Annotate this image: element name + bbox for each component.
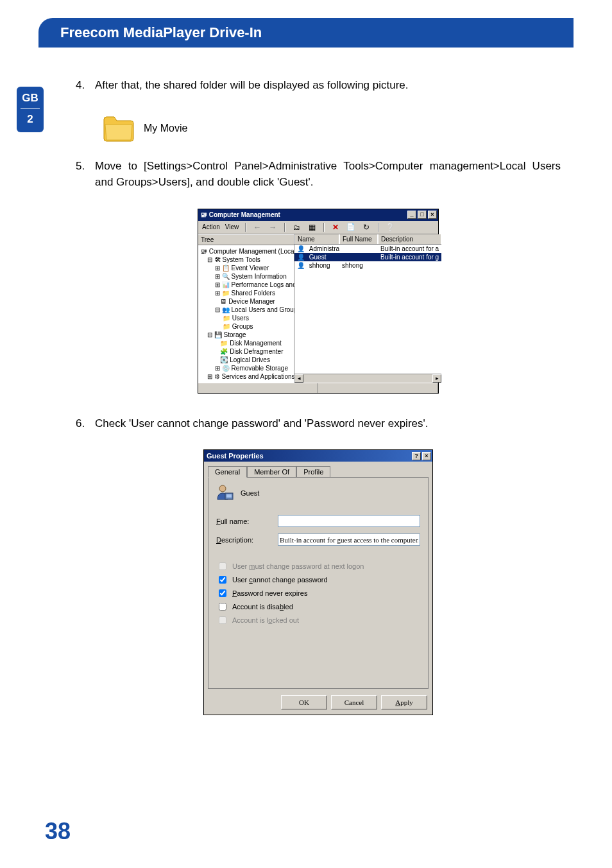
tree-services-apps[interactable]: ⊞ ⚙ Services and Applications bbox=[200, 372, 293, 381]
fullname-label: Full name: bbox=[216, 517, 278, 525]
col-description[interactable]: Description bbox=[378, 234, 441, 244]
tree-pane: Tree 🖳 Computer Management (Local) ⊟ 🛠 S… bbox=[198, 234, 294, 383]
tree-removable-storage[interactable]: ⊞ 💿 Removable Storage bbox=[200, 364, 293, 372]
side-tab-bottom: 2 bbox=[17, 113, 44, 126]
list-pane: Name Full Name Description 👤 Administrat… bbox=[294, 234, 441, 383]
delete-icon[interactable] bbox=[330, 222, 341, 232]
user-row-shhong[interactable]: 👤 shhong shhong bbox=[294, 261, 441, 270]
side-tab-divider bbox=[21, 108, 40, 109]
step6-num: 6. bbox=[76, 415, 95, 432]
properties-icon[interactable] bbox=[346, 222, 356, 232]
svg-point-0 bbox=[219, 485, 226, 492]
dialog-title: Guest Properties bbox=[207, 452, 264, 460]
description-label: Description: bbox=[216, 536, 278, 544]
ok-button[interactable]: OK bbox=[281, 695, 327, 709]
dialog-button-row: OK Cancel Apply bbox=[204, 693, 432, 715]
chk-locked-label: Account is locked out bbox=[232, 616, 299, 624]
step5-text: Move to [Settings>Control Panel>Administ… bbox=[95, 158, 561, 191]
tab-member-of[interactable]: Member Of bbox=[247, 466, 296, 478]
side-tab-top: GB bbox=[17, 92, 44, 105]
help-button[interactable]: ? bbox=[412, 452, 421, 460]
close-button[interactable]: × bbox=[428, 211, 437, 219]
menubar: Action View bbox=[198, 221, 438, 234]
chk-locked bbox=[219, 616, 226, 624]
tree-system-tools[interactable]: ⊟ 🛠 System Tools bbox=[200, 256, 293, 264]
dialog-titlebar[interactable]: Guest Properties ? × bbox=[204, 450, 432, 462]
window-title: Computer Management bbox=[209, 211, 280, 218]
folder-row: My Movie bbox=[101, 112, 561, 145]
tab-profile[interactable]: Profile bbox=[296, 466, 330, 478]
step4-text: After that, the shared folder will be di… bbox=[95, 77, 561, 94]
dialog-close-button[interactable]: × bbox=[422, 452, 431, 460]
back-icon[interactable] bbox=[252, 222, 262, 232]
guest-label: Guest bbox=[241, 489, 259, 497]
step6-text: Check 'User cannot change password' and … bbox=[95, 415, 561, 432]
step5-num: 5. bbox=[76, 158, 95, 191]
page-title-band: Freecom MediaPlayer Drive-In bbox=[38, 18, 574, 48]
tree-tab[interactable]: Tree bbox=[198, 234, 294, 245]
minimize-button[interactable]: _ bbox=[407, 211, 416, 219]
page-title: Freecom MediaPlayer Drive-In bbox=[60, 24, 262, 41]
chk-mustchange-row: User must change password at next logon bbox=[216, 560, 420, 572]
status-bar bbox=[198, 383, 438, 393]
window-titlebar[interactable]: 🖳 Computer Management _ □ × bbox=[198, 209, 438, 221]
fullname-input[interactable] bbox=[278, 515, 420, 527]
views-icon[interactable] bbox=[307, 222, 317, 232]
chk-cannot-label: User cannot change password bbox=[232, 576, 328, 584]
forward-icon[interactable] bbox=[268, 222, 278, 232]
user-row-guest[interactable]: 👤 Guest Built-in account for g bbox=[294, 253, 441, 261]
dialog-tabs: General Member Of Profile bbox=[208, 465, 429, 477]
help-icon[interactable] bbox=[385, 222, 395, 232]
chk-never[interactable] bbox=[219, 589, 226, 597]
side-tab: GB 2 bbox=[17, 87, 44, 132]
chk-never-row[interactable]: Password never expires bbox=[216, 587, 420, 599]
list-header: Name Full Name Description bbox=[294, 234, 441, 245]
scroll-left-icon[interactable]: ◂ bbox=[294, 374, 303, 383]
guest-properties-dialog: Guest Properties ? × General Member Of P… bbox=[203, 449, 433, 715]
chk-disabled-row[interactable]: Account is disabled bbox=[216, 601, 420, 612]
step4-num: 4. bbox=[76, 77, 95, 94]
tree-perf-logs[interactable]: ⊞ 📊 Performance Logs and Alerts bbox=[200, 281, 293, 289]
dialog-panel: Guest Full name: Description: User must … bbox=[208, 477, 429, 689]
tree-root[interactable]: 🖳 Computer Management (Local) bbox=[200, 247, 293, 256]
chk-mustchange-label: User must change password at next logon bbox=[232, 562, 364, 570]
tree-logical-drives[interactable]: 💽 Logical Drives bbox=[200, 356, 293, 364]
page-number: 38 bbox=[45, 818, 71, 845]
tab-general[interactable]: General bbox=[208, 466, 247, 478]
svg-rect-2 bbox=[226, 494, 232, 498]
tree-local-users-groups[interactable]: ⊟ 👥 Local Users and Groups bbox=[200, 306, 293, 314]
chk-mustchange bbox=[219, 562, 226, 570]
col-name[interactable]: Name bbox=[294, 234, 339, 244]
chk-disabled-label: Account is disabled bbox=[232, 603, 293, 611]
tree-disk-management[interactable]: 📁 Disk Management bbox=[200, 339, 293, 347]
chk-never-label: Password never expires bbox=[232, 589, 307, 597]
horizontal-scrollbar[interactable]: ◂ ▸ bbox=[294, 374, 441, 383]
tree-storage[interactable]: ⊟ 💾 Storage bbox=[200, 331, 293, 339]
up-icon[interactable] bbox=[291, 222, 302, 232]
col-fullname[interactable]: Full Name bbox=[339, 234, 378, 244]
apply-button[interactable]: Apply bbox=[381, 695, 427, 709]
refresh-icon[interactable] bbox=[361, 222, 371, 232]
guest-user-icon bbox=[216, 484, 234, 502]
folder-label: My Movie bbox=[144, 123, 187, 134]
chk-locked-row: Account is locked out bbox=[216, 614, 420, 626]
tree-system-info[interactable]: ⊞ 🔍 System Information bbox=[200, 272, 293, 281]
menu-action[interactable]: Action bbox=[202, 223, 220, 230]
chk-cannot-row[interactable]: User cannot change password bbox=[216, 574, 420, 586]
tree-shared-folders[interactable]: ⊞ 📁 Shared Folders bbox=[200, 289, 293, 297]
tree-users[interactable]: 📁 Users bbox=[200, 314, 293, 322]
tree-disk-defrag[interactable]: 🧩 Disk Defragmenter bbox=[200, 347, 293, 356]
maximize-button[interactable]: □ bbox=[418, 211, 427, 219]
tree-device-manager[interactable]: 🖥 Device Manager bbox=[200, 297, 293, 306]
tree-event-viewer[interactable]: ⊞ 📋 Event Viewer bbox=[200, 264, 293, 272]
tree-groups[interactable]: 📁 Groups bbox=[200, 322, 293, 331]
computer-management-window: 🖳 Computer Management _ □ × Action View bbox=[198, 209, 439, 394]
scroll-right-icon[interactable]: ▸ bbox=[432, 374, 441, 383]
description-input[interactable] bbox=[278, 534, 420, 546]
user-row-administrator[interactable]: 👤 Administrator Built-in account for a bbox=[294, 245, 441, 253]
menu-view[interactable]: View bbox=[225, 223, 239, 230]
chk-disabled[interactable] bbox=[219, 603, 226, 611]
cancel-button[interactable]: Cancel bbox=[331, 695, 377, 709]
folder-icon bbox=[101, 112, 136, 145]
chk-cannot[interactable] bbox=[219, 576, 226, 584]
